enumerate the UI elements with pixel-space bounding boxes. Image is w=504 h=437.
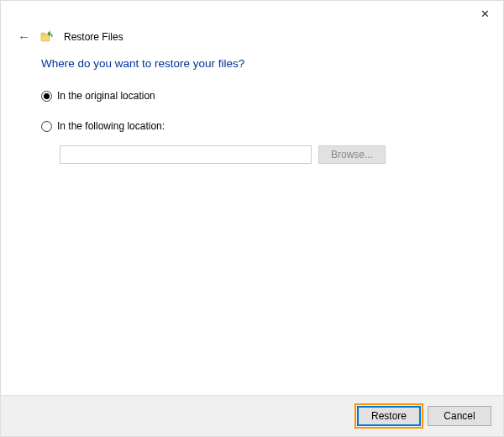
page-heading: Where do you want to restore your files? [41, 57, 463, 70]
radio-icon[interactable] [41, 91, 52, 102]
radio-icon[interactable] [41, 121, 52, 132]
restore-files-icon [40, 30, 54, 44]
back-arrow-icon[interactable]: ← [18, 29, 30, 44]
dialog-header: ← Restore Files [1, 26, 503, 44]
cancel-button[interactable]: Cancel [428, 406, 491, 426]
restore-files-dialog: ✕ ← Restore Files Where do you want to r… [0, 0, 504, 437]
restore-button[interactable]: Restore [357, 406, 421, 426]
svg-rect-1 [41, 33, 45, 35]
titlebar: ✕ [1, 1, 503, 26]
window-title: Restore Files [64, 31, 123, 43]
radio-label: In the original location [57, 90, 155, 102]
path-input[interactable] [60, 145, 312, 164]
location-row: Browse... [60, 145, 463, 164]
close-icon[interactable]: ✕ [476, 5, 493, 22]
radio-label: In the following location: [57, 120, 165, 132]
browse-button: Browse... [318, 145, 386, 164]
dialog-content: Where do you want to restore your files?… [1, 44, 503, 395]
dialog-footer: Restore Cancel [1, 396, 503, 436]
radio-original-location[interactable]: In the original location [41, 90, 463, 102]
radio-following-location[interactable]: In the following location: [41, 120, 463, 132]
